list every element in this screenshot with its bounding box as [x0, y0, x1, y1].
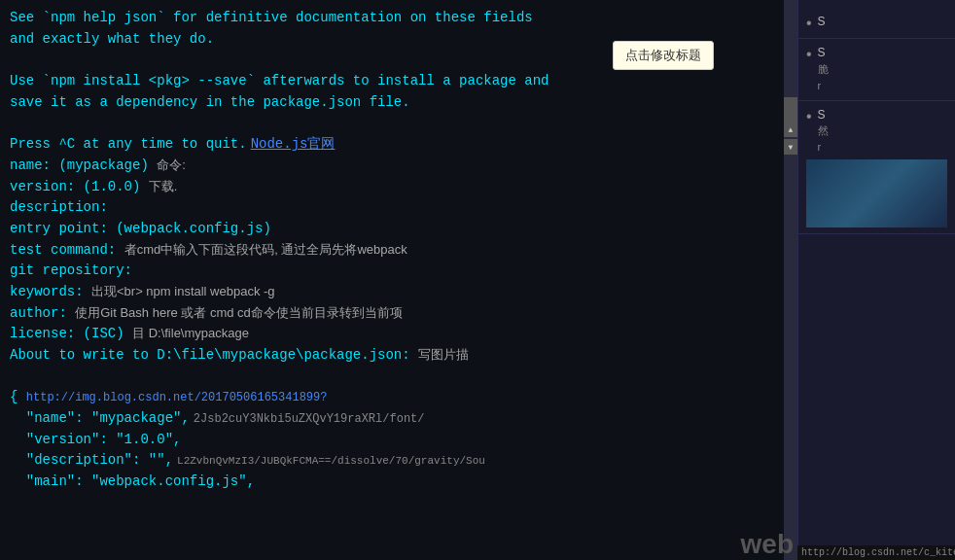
terminal-line-7: Press ^C at any time to quit.Node.js官网 [10, 134, 788, 156]
terminal-window: See `npm help json` for definitive docum… [0, 0, 797, 560]
sidebar-item-2: • S脆r [798, 39, 955, 100]
terminal-line-19: { http://img.blog.csdn.net/2017050616534… [10, 387, 788, 408]
sidebar-item-1: • S [798, 8, 955, 39]
terminal-line-12: test command: 者cmd中输入下面这段代码, 通过全局先将webpa… [10, 240, 788, 262]
terminal-line-5: save it as a dependency in the package.j… [10, 92, 788, 114]
tooltip-modify-title[interactable]: 点击修改标题 [613, 41, 714, 70]
terminal-line-20: "name": "mypackage",2Jsb2cuY3Nkbi5uZXQvY… [10, 408, 788, 430]
terminal-line-9: version: (1.0.0) 下载. [10, 177, 788, 198]
terminal-line-21: "version": "1.0.0", [10, 430, 788, 451]
bullet-icon-2: • [806, 45, 812, 63]
terminal-line-6 [10, 113, 788, 134]
sidebar-item-text-2: S脆r [818, 45, 829, 93]
terminal-line-1: See `npm help json` for definitive docum… [10, 8, 788, 29]
terminal-line-18 [10, 367, 788, 388]
scrollbar-track [784, 0, 797, 560]
terminal-line-14: keywords: 出现<br> npm install webpack -g [10, 282, 788, 303]
terminal-line-23: "main": "webpack.config.js", [10, 472, 788, 493]
sidebar-image [806, 159, 947, 228]
sidebar-item-3: • S然r [798, 101, 955, 234]
terminal-line-8: name: (mypackage) 命令: [10, 156, 788, 177]
terminal-line-22: "description": "",L2ZvbnQvMzI3/JUBQkFCMA… [10, 450, 788, 472]
image-overlay [806, 159, 947, 228]
terminal-line-10: description: [10, 197, 788, 219]
sidebar-item-text-1: S [818, 14, 826, 30]
bullet-icon-3: • [806, 107, 812, 125]
terminal-line-17: About to write to D:\file\mypackage\pack… [10, 345, 788, 367]
terminal-line-13: git repository: [10, 261, 788, 282]
terminal-line-4: Use `npm install <pkg> --save` afterward… [10, 71, 788, 92]
scroll-up-button[interactable]: ▲ [784, 122, 797, 137]
bullet-icon-1: • [806, 14, 812, 32]
scroll-down-button[interactable]: ▼ [784, 139, 797, 155]
right-sidebar: • S • S脆r • S然r http://blog.csdn.net/c_k… [797, 0, 955, 560]
terminal-line-15: author: 使用Git Bash here 或者 cmd cd命令使当前目录… [10, 303, 788, 325]
sidebar-item-text-3: S然r [818, 107, 829, 156]
web-label: web [737, 529, 797, 560]
terminal-line-11: entry point: (webpack.config.js) [10, 219, 788, 240]
terminal-line-16: license: (ISC) 目 D:\file\mypackage [10, 324, 788, 345]
bottom-url: http://blog.csdn.net/c_kite [797, 545, 955, 560]
